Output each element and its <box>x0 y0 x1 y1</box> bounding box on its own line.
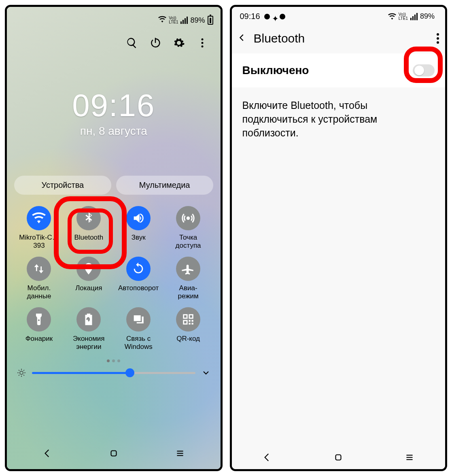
wifi-icon <box>158 15 166 25</box>
nav-home-icon[interactable] <box>333 452 344 464</box>
battery-percent: 89% <box>420 12 435 21</box>
brightness-track[interactable] <box>32 372 195 374</box>
signal-icon <box>410 13 418 20</box>
flashlight-icon <box>27 307 51 332</box>
hotspot-icon <box>176 206 200 230</box>
svg-line-11 <box>19 375 19 376</box>
tile-label: Авиа- режим <box>178 284 198 300</box>
svg-rect-12 <box>111 451 116 456</box>
lte-indicator: Vo))LTE1 <box>169 16 178 24</box>
brightness-thumb[interactable] <box>125 368 134 377</box>
tile-airplane[interactable]: Авиа- режим <box>163 255 213 302</box>
back-icon[interactable] <box>238 33 246 44</box>
battery-leaf-icon <box>76 307 101 332</box>
battery-icon <box>208 16 213 25</box>
tile-label: Экономия энергии <box>73 335 105 351</box>
tile-label: MikroTik-C… 393 <box>19 234 59 249</box>
nav-home-icon[interactable] <box>108 448 119 460</box>
data-arrows-icon <box>27 257 51 281</box>
phone-quick-settings: Vo))LTE1 89% 09:16 пн, 8 августа Устройс… <box>5 5 223 471</box>
sound-icon <box>126 206 151 230</box>
tile-link-windows[interactable]: Связь с Windows <box>114 306 163 352</box>
phone-bluetooth-settings: 09:16 ✦ Vo))LTE1 89% Bluetooth Выключено… <box>230 5 448 471</box>
rotate-icon <box>126 257 151 281</box>
tile-label: Связь с Windows <box>125 335 153 351</box>
more-vert-icon[interactable] <box>196 37 208 51</box>
svg-line-10 <box>23 370 24 371</box>
nav-back-icon[interactable] <box>42 448 53 460</box>
svg-point-2 <box>201 45 203 47</box>
media-pill[interactable]: Мультимедиа <box>116 176 213 195</box>
wifi-icon <box>27 206 51 230</box>
status-bar: 09:16 ✦ Vo))LTE1 89% <box>232 7 446 23</box>
tile-label: Локация <box>75 284 102 292</box>
settings-gear-icon[interactable] <box>173 37 185 51</box>
svg-point-1 <box>201 42 203 44</box>
clock-date: пн, 8 августа <box>14 125 213 138</box>
svg-line-8 <box>19 370 19 371</box>
svg-rect-16 <box>336 455 341 460</box>
qr-icon <box>176 307 200 332</box>
wifi-icon <box>388 13 396 21</box>
more-vert-icon[interactable] <box>436 33 439 44</box>
tile-flashlight[interactable]: Фонарик <box>14 306 64 352</box>
svg-line-9 <box>23 375 24 376</box>
bluetooth-hint: Включите Bluetooth, чтобы подключиться к… <box>232 87 446 151</box>
brightness-slider[interactable] <box>14 368 213 378</box>
tile-label: Мобил. данные <box>27 284 51 300</box>
status-bar: Vo))LTE1 89% <box>14 14 213 26</box>
tile-label: Фонарик <box>25 335 53 343</box>
nav-recents-icon[interactable] <box>404 452 415 464</box>
toggle-label: Выключено <box>242 64 309 77</box>
tile-battery-saver[interactable]: Экономия энергии <box>64 306 114 352</box>
svg-point-0 <box>201 38 203 40</box>
page-title: Bluetooth <box>254 32 429 45</box>
link-windows-icon <box>126 307 151 332</box>
battery-percent: 89% <box>190 16 205 25</box>
tile-hotspot[interactable]: Точка доступа <box>163 204 213 251</box>
qs-clock: 09:16 пн, 8 августа <box>14 87 213 138</box>
devices-pill[interactable]: Устройства <box>14 176 111 195</box>
brightness-low-icon <box>17 368 26 378</box>
chevron-down-icon[interactable] <box>201 368 211 378</box>
tile-qr[interactable]: QR-код <box>163 306 213 352</box>
tile-label: Звук <box>132 234 146 242</box>
qs-top-actions <box>14 26 213 51</box>
search-icon[interactable] <box>126 37 138 51</box>
status-notif-icons: ✦ <box>264 14 285 19</box>
qs-pager[interactable] <box>14 359 213 362</box>
nav-recents-icon[interactable] <box>175 448 185 460</box>
nav-back-icon[interactable] <box>262 452 272 464</box>
highlight-bluetooth-inner <box>68 208 113 254</box>
nav-bar <box>14 443 213 465</box>
signal-icon <box>180 17 188 24</box>
tile-label: Автоповорот <box>118 284 159 292</box>
tile-label: QR-код <box>176 335 200 343</box>
clock-time: 09:16 <box>14 87 213 124</box>
nav-bar <box>232 447 446 469</box>
airplane-icon <box>176 257 200 281</box>
status-time: 09:16 <box>240 12 260 21</box>
power-icon[interactable] <box>149 37 161 51</box>
highlight-toggle <box>404 47 443 83</box>
tile-label: Точка доступа <box>176 234 201 249</box>
svg-point-3 <box>20 371 23 374</box>
lte-indicator: Vo))LTE1 <box>399 13 408 21</box>
